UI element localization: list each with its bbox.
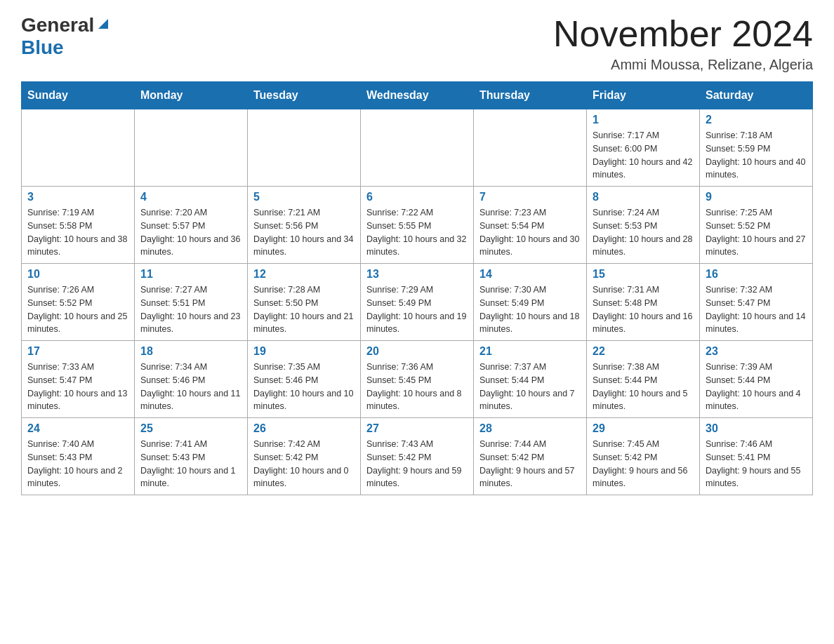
day-number: 28 <box>479 422 581 435</box>
day-number: 6 <box>366 191 468 203</box>
calendar-cell <box>248 109 361 187</box>
day-info: Sunrise: 7:44 AMSunset: 5:42 PMDaylight:… <box>479 438 581 490</box>
weekday-header-tuesday: Tuesday <box>248 82 361 109</box>
calendar-cell: 18Sunrise: 7:34 AMSunset: 5:46 PMDayligh… <box>135 341 248 418</box>
month-title: November 2024 <box>553 14 813 54</box>
day-info: Sunrise: 7:41 AMSunset: 5:43 PMDaylight:… <box>140 438 241 490</box>
day-info: Sunrise: 7:19 AMSunset: 5:58 PMDaylight:… <box>27 206 128 259</box>
calendar-cell: 24Sunrise: 7:40 AMSunset: 5:43 PMDayligh… <box>22 418 135 495</box>
day-info: Sunrise: 7:26 AMSunset: 5:52 PMDaylight:… <box>27 283 128 336</box>
day-info: Sunrise: 7:23 AMSunset: 5:54 PMDaylight:… <box>479 206 581 259</box>
calendar-week-2: 3Sunrise: 7:19 AMSunset: 5:58 PMDaylight… <box>22 187 813 264</box>
day-info: Sunrise: 7:22 AMSunset: 5:55 PMDaylight:… <box>366 206 468 259</box>
day-info: Sunrise: 7:17 AMSunset: 6:00 PMDaylight:… <box>593 129 694 182</box>
day-info: Sunrise: 7:37 AMSunset: 5:44 PMDaylight:… <box>479 361 581 413</box>
logo-general: General <box>21 14 94 36</box>
calendar-cell: 20Sunrise: 7:36 AMSunset: 5:45 PMDayligh… <box>361 341 474 418</box>
calendar-cell: 21Sunrise: 7:37 AMSunset: 5:44 PMDayligh… <box>474 341 587 418</box>
logo-blue: Blue <box>21 36 64 58</box>
day-number: 25 <box>140 422 241 435</box>
day-number: 8 <box>593 191 694 203</box>
calendar-cell: 16Sunrise: 7:32 AMSunset: 5:47 PMDayligh… <box>700 264 813 341</box>
weekday-header-thursday: Thursday <box>474 82 587 109</box>
day-info: Sunrise: 7:32 AMSunset: 5:47 PMDaylight:… <box>706 283 807 336</box>
day-number: 16 <box>706 268 807 281</box>
weekday-header-row: SundayMondayTuesdayWednesdayThursdayFrid… <box>22 82 813 109</box>
svg-marker-0 <box>98 19 108 29</box>
weekday-header-sunday: Sunday <box>22 82 135 109</box>
title-block: November 2024 Ammi Moussa, Relizane, Alg… <box>553 14 813 73</box>
calendar-cell: 15Sunrise: 7:31 AMSunset: 5:48 PMDayligh… <box>587 264 700 341</box>
day-info: Sunrise: 7:20 AMSunset: 5:57 PMDaylight:… <box>140 206 241 259</box>
day-number: 19 <box>253 345 355 358</box>
day-info: Sunrise: 7:33 AMSunset: 5:47 PMDaylight:… <box>27 361 128 413</box>
day-number: 3 <box>27 191 128 203</box>
location: Ammi Moussa, Relizane, Algeria <box>553 57 813 73</box>
day-number: 20 <box>366 345 468 358</box>
day-info: Sunrise: 7:36 AMSunset: 5:45 PMDaylight:… <box>366 361 468 413</box>
day-number: 21 <box>479 345 581 358</box>
calendar-cell: 1Sunrise: 7:17 AMSunset: 6:00 PMDaylight… <box>587 109 700 187</box>
day-info: Sunrise: 7:31 AMSunset: 5:48 PMDaylight:… <box>593 283 694 336</box>
calendar-cell: 12Sunrise: 7:28 AMSunset: 5:50 PMDayligh… <box>248 264 361 341</box>
calendar-week-5: 24Sunrise: 7:40 AMSunset: 5:43 PMDayligh… <box>22 418 813 495</box>
logo: General Blue <box>21 14 111 59</box>
calendar-cell: 30Sunrise: 7:46 AMSunset: 5:41 PMDayligh… <box>700 418 813 495</box>
day-number: 17 <box>27 345 128 358</box>
day-info: Sunrise: 7:40 AMSunset: 5:43 PMDaylight:… <box>27 438 128 490</box>
day-number: 14 <box>479 268 581 281</box>
day-info: Sunrise: 7:28 AMSunset: 5:50 PMDaylight:… <box>253 283 355 336</box>
weekday-header-saturday: Saturday <box>700 82 813 109</box>
calendar-cell: 8Sunrise: 7:24 AMSunset: 5:53 PMDaylight… <box>587 187 700 264</box>
calendar-cell: 29Sunrise: 7:45 AMSunset: 5:42 PMDayligh… <box>587 418 700 495</box>
weekday-header-monday: Monday <box>135 82 248 109</box>
day-number: 2 <box>706 114 807 126</box>
day-info: Sunrise: 7:29 AMSunset: 5:49 PMDaylight:… <box>366 283 468 336</box>
calendar-cell: 25Sunrise: 7:41 AMSunset: 5:43 PMDayligh… <box>135 418 248 495</box>
calendar-cell <box>135 109 248 187</box>
day-info: Sunrise: 7:21 AMSunset: 5:56 PMDaylight:… <box>253 206 355 259</box>
calendar-table: SundayMondayTuesdayWednesdayThursdayFrid… <box>21 81 813 495</box>
day-number: 12 <box>253 268 355 281</box>
day-info: Sunrise: 7:34 AMSunset: 5:46 PMDaylight:… <box>140 361 241 413</box>
calendar-cell: 26Sunrise: 7:42 AMSunset: 5:42 PMDayligh… <box>248 418 361 495</box>
day-info: Sunrise: 7:46 AMSunset: 5:41 PMDaylight:… <box>706 438 807 490</box>
calendar-cell: 22Sunrise: 7:38 AMSunset: 5:44 PMDayligh… <box>587 341 700 418</box>
day-number: 15 <box>593 268 694 281</box>
calendar-cell: 5Sunrise: 7:21 AMSunset: 5:56 PMDaylight… <box>248 187 361 264</box>
day-number: 27 <box>366 422 468 435</box>
day-info: Sunrise: 7:18 AMSunset: 5:59 PMDaylight:… <box>706 129 807 182</box>
calendar-cell: 14Sunrise: 7:30 AMSunset: 5:49 PMDayligh… <box>474 264 587 341</box>
day-number: 7 <box>479 191 581 203</box>
day-info: Sunrise: 7:43 AMSunset: 5:42 PMDaylight:… <box>366 438 468 490</box>
day-number: 10 <box>27 268 128 281</box>
calendar-cell: 4Sunrise: 7:20 AMSunset: 5:57 PMDaylight… <box>135 187 248 264</box>
day-number: 4 <box>140 191 241 203</box>
calendar-cell: 23Sunrise: 7:39 AMSunset: 5:44 PMDayligh… <box>700 341 813 418</box>
calendar-cell: 17Sunrise: 7:33 AMSunset: 5:47 PMDayligh… <box>22 341 135 418</box>
day-info: Sunrise: 7:35 AMSunset: 5:46 PMDaylight:… <box>253 361 355 413</box>
day-number: 11 <box>140 268 241 281</box>
day-number: 13 <box>366 268 468 281</box>
calendar-cell <box>22 109 135 187</box>
logo-triangle-icon <box>95 16 111 32</box>
day-info: Sunrise: 7:25 AMSunset: 5:52 PMDaylight:… <box>706 206 807 259</box>
day-number: 5 <box>253 191 355 203</box>
day-number: 22 <box>593 345 694 358</box>
calendar-cell: 13Sunrise: 7:29 AMSunset: 5:49 PMDayligh… <box>361 264 474 341</box>
day-info: Sunrise: 7:27 AMSunset: 5:51 PMDaylight:… <box>140 283 241 336</box>
day-info: Sunrise: 7:45 AMSunset: 5:42 PMDaylight:… <box>593 438 694 490</box>
day-number: 29 <box>593 422 694 435</box>
calendar-week-4: 17Sunrise: 7:33 AMSunset: 5:47 PMDayligh… <box>22 341 813 418</box>
calendar-week-1: 1Sunrise: 7:17 AMSunset: 6:00 PMDaylight… <box>22 109 813 187</box>
day-info: Sunrise: 7:30 AMSunset: 5:49 PMDaylight:… <box>479 283 581 336</box>
calendar-cell <box>474 109 587 187</box>
day-number: 30 <box>706 422 807 435</box>
day-number: 24 <box>27 422 128 435</box>
calendar-cell: 9Sunrise: 7:25 AMSunset: 5:52 PMDaylight… <box>700 187 813 264</box>
calendar-week-3: 10Sunrise: 7:26 AMSunset: 5:52 PMDayligh… <box>22 264 813 341</box>
calendar-cell: 11Sunrise: 7:27 AMSunset: 5:51 PMDayligh… <box>135 264 248 341</box>
calendar-cell: 6Sunrise: 7:22 AMSunset: 5:55 PMDaylight… <box>361 187 474 264</box>
day-info: Sunrise: 7:24 AMSunset: 5:53 PMDaylight:… <box>593 206 694 259</box>
day-number: 23 <box>706 345 807 358</box>
